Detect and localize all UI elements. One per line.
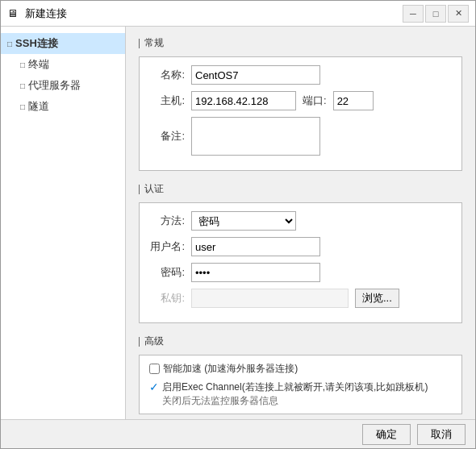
user-label: 用户名: <box>149 239 185 254</box>
general-section: 常规 名称: 主机: 端口: <box>139 36 462 171</box>
adv-option1-checkbox[interactable] <box>149 364 160 374</box>
window-title: 新建连接 <box>25 6 67 21</box>
general-title: 常规 <box>139 36 462 50</box>
adv-option2-row: ✓ 启用Exec Channel(若连接上就被断开,请关闭该项,比如跳板机) 关… <box>149 380 452 408</box>
adv-option2-text-block: 启用Exec Channel(若连接上就被断开,请关闭该项,比如跳板机) 关闭后… <box>162 380 428 408</box>
tree-icon-tunnel: □ <box>20 102 25 111</box>
auth-title: 认证 <box>139 182 462 196</box>
advanced-title: 高级 <box>139 335 462 348</box>
name-row: 名称: <box>149 65 452 85</box>
adv-option1-row: 智能加速 (加速海外服务器连接) <box>149 362 452 376</box>
sidebar-item-tunnel[interactable]: □ 隧道 <box>1 96 125 117</box>
tree-icon-ssh: □ <box>7 39 12 48</box>
sidebar-item-terminal[interactable]: □ 终端 <box>1 54 125 75</box>
key-input[interactable] <box>191 289 349 308</box>
name-label: 名称: <box>149 68 185 82</box>
sidebar: □ SSH连接 □ 终端 □ 代理服务器 □ 隧道 <box>1 27 126 419</box>
bottom-bar: 确定 取消 <box>1 419 475 448</box>
cancel-button[interactable]: 取消 <box>417 424 466 445</box>
maximize-button[interactable]: □ <box>425 5 446 23</box>
user-row: 用户名: <box>149 237 452 256</box>
sidebar-item-ssh[interactable]: □ SSH连接 <box>1 33 125 54</box>
method-label: 方法: <box>149 214 185 228</box>
port-input[interactable] <box>333 91 374 110</box>
main-panel: 常规 名称: 主机: 端口: <box>126 27 475 419</box>
pass-row: 密码: <box>149 263 452 282</box>
confirm-button[interactable]: 确定 <box>362 424 411 445</box>
username-input[interactable] <box>191 237 320 256</box>
sidebar-label-proxy: 代理服务器 <box>28 78 81 93</box>
window-icon: 🖥 <box>7 7 20 20</box>
auth-section: 认证 方法: 密码 公钥 键盘交互 用户名: <box>139 182 462 323</box>
host-label: 主机: <box>149 94 185 108</box>
adv-option1-label: 智能加速 (加速海外服务器连接) <box>163 362 298 376</box>
adv-option1-container: 智能加速 (加速海外服务器连接) <box>149 362 298 376</box>
key-row: 私钥: 浏览... <box>149 289 452 308</box>
note-input[interactable] <box>191 117 320 156</box>
new-connection-window: 🖥 新建连接 ─ □ ✕ □ SSH连接 □ 终端 □ 代理服务器 □ <box>0 0 476 449</box>
auth-border: 方法: 密码 公钥 键盘交互 用户名: 密码: <box>139 202 462 323</box>
adv-option2-label: 启用Exec Channel(若连接上就被断开,请关闭该项,比如跳板机) <box>162 381 428 393</box>
sidebar-item-proxy[interactable]: □ 代理服务器 <box>1 75 125 96</box>
close-button[interactable]: ✕ <box>448 5 469 23</box>
host-input[interactable] <box>191 91 296 110</box>
sidebar-label-terminal: 终端 <box>28 57 49 72</box>
advanced-border: 智能加速 (加速海外服务器连接) ✓ 启用Exec Channel(若连接上就被… <box>139 355 462 414</box>
note-label: 备注: <box>149 129 185 143</box>
general-border: 名称: 主机: 端口: 备注: <box>139 56 462 171</box>
advanced-section: 高级 智能加速 (加速海外服务器连接) ✓ <box>139 335 462 414</box>
browse-button[interactable]: 浏览... <box>355 289 399 308</box>
sidebar-label-tunnel: 隧道 <box>28 99 49 114</box>
adv-option2-sub: 关闭后无法监控服务器信息 <box>162 395 278 406</box>
tree-icon-terminal: □ <box>20 60 25 69</box>
password-input[interactable] <box>191 263 320 282</box>
name-input[interactable] <box>191 65 320 85</box>
host-row: 主机: 端口: <box>149 91 452 110</box>
port-label: 端口: <box>303 94 327 108</box>
title-bar: 🖥 新建连接 ─ □ ✕ <box>1 1 475 27</box>
content-area: □ SSH连接 □ 终端 □ 代理服务器 □ 隧道 常规 <box>1 27 475 419</box>
minimize-button[interactable]: ─ <box>403 5 424 23</box>
adv-option2-container: ✓ 启用Exec Channel(若连接上就被断开,请关闭该项,比如跳板机) 关… <box>149 380 428 408</box>
tree-icon-proxy: □ <box>20 81 25 90</box>
method-row: 方法: 密码 公钥 键盘交互 <box>149 211 452 231</box>
key-label: 私钥: <box>149 291 185 306</box>
sidebar-label-ssh: SSH连接 <box>15 36 58 51</box>
note-row: 备注: <box>149 117 452 156</box>
check-icon: ✓ <box>149 380 159 393</box>
title-buttons: ─ □ ✕ <box>403 5 469 23</box>
title-bar-left: 🖥 新建连接 <box>7 6 67 21</box>
method-select[interactable]: 密码 公钥 键盘交互 <box>191 211 296 231</box>
pass-label: 密码: <box>149 265 185 280</box>
